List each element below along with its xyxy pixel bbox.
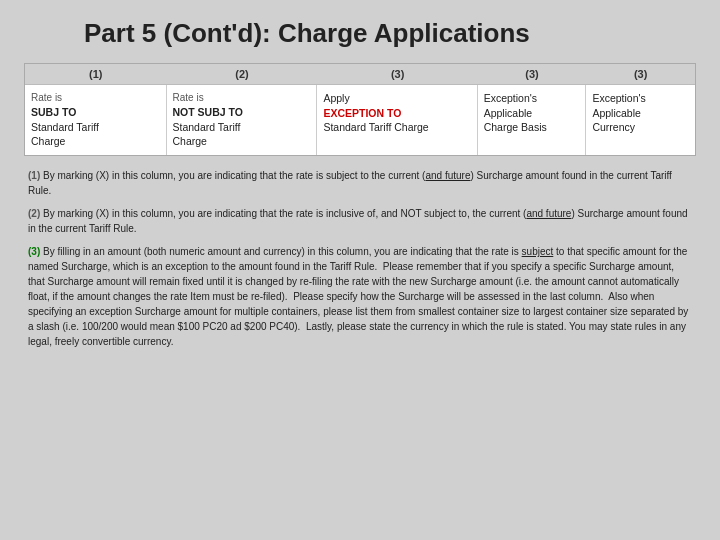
cell-subj-to: Rate is SUBJ TO Standard TariffCharge — [25, 85, 167, 155]
cell-exception-to: Apply EXCEPTION TO Standard Tariff Charg… — [317, 85, 477, 155]
col-header-1: (1) — [25, 66, 167, 82]
footnote-3: (3) By filling in an amount (both numeri… — [28, 244, 692, 349]
col-header-5: (3) — [586, 66, 695, 82]
page-title: Part 5 (Cont'd): Charge Applications — [84, 18, 696, 49]
table-row: Rate is SUBJ TO Standard TariffCharge Ra… — [25, 85, 695, 155]
col-header-3: (3) — [317, 66, 477, 82]
cell-not-subj-to: Rate is NOT SUBJ TO Standard TariffCharg… — [167, 85, 318, 155]
col-headers-row: (1) (2) (3) (3) (3) — [25, 64, 695, 85]
footnotes-section: (1) By marking (X) in this column, you a… — [24, 168, 696, 349]
col-header-4: (3) — [478, 66, 587, 82]
footnote-2: (2) By marking (X) in this column, you a… — [28, 206, 692, 236]
cell-applicable-charge: Exception's Applicable Charge Basis — [478, 85, 587, 155]
charge-table: (1) (2) (3) (3) (3) Rate is SUBJ TO Stan… — [24, 63, 696, 156]
page: Part 5 (Cont'd): Charge Applications (1)… — [0, 0, 720, 540]
col-header-2: (2) — [167, 66, 318, 82]
footnote-1: (1) By marking (X) in this column, you a… — [28, 168, 692, 198]
cell-applicable-currency: Exception's Applicable Currency — [586, 85, 695, 155]
